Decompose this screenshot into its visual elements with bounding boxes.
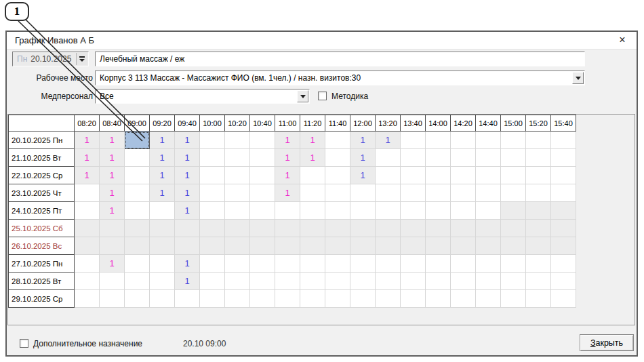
grid-cell[interactable]	[75, 290, 100, 308]
grid-cell[interactable]	[75, 202, 100, 220]
grid-cell[interactable]	[526, 237, 551, 255]
grid-cell[interactable]	[200, 132, 225, 149]
grid-cell[interactable]: 1	[175, 184, 200, 202]
grid-cell[interactable]	[225, 273, 250, 290]
grid-cell[interactable]	[125, 237, 150, 255]
grid-cell[interactable]	[376, 255, 401, 273]
grid-cell[interactable]	[225, 290, 250, 308]
chevron-down-icon[interactable]	[297, 90, 308, 102]
grid-cell[interactable]	[175, 237, 200, 255]
close-button[interactable]: Закрыть	[580, 334, 634, 351]
grid-cell[interactable]	[250, 132, 275, 149]
grid-cell[interactable]: 1	[350, 167, 376, 184]
grid-cell[interactable]	[225, 132, 250, 149]
grid-cell[interactable]	[175, 290, 200, 308]
grid-cell[interactable]	[250, 202, 275, 220]
grid-cell[interactable]	[476, 132, 501, 149]
grid-cell[interactable]	[75, 273, 100, 290]
grid-cell[interactable]	[476, 237, 501, 255]
grid-cell[interactable]: 1	[275, 149, 300, 167]
grid-cell[interactable]	[426, 184, 451, 202]
grid-cell[interactable]	[300, 290, 325, 308]
grid-cell[interactable]	[300, 255, 325, 273]
grid-cell[interactable]	[325, 220, 350, 237]
grid-cell[interactable]	[426, 132, 451, 149]
grid-cell[interactable]	[476, 184, 501, 202]
grid-cell[interactable]: 1	[100, 184, 125, 202]
grid-cell[interactable]: 1	[100, 255, 125, 273]
grid-cell[interactable]	[350, 290, 376, 308]
grid-cell[interactable]	[376, 202, 401, 220]
chevron-down-icon[interactable]	[572, 72, 584, 84]
grid-cell[interactable]: 1	[100, 167, 125, 184]
grid-cell[interactable]	[200, 149, 225, 167]
grid-cell[interactable]	[250, 255, 275, 273]
grid-cell[interactable]	[125, 184, 150, 202]
grid-cell[interactable]	[501, 237, 526, 255]
grid-cell[interactable]	[376, 167, 401, 184]
close-icon[interactable]: ×	[616, 34, 628, 46]
grid-cell[interactable]	[401, 184, 426, 202]
grid-cell[interactable]	[150, 237, 175, 255]
grid-cell[interactable]	[551, 167, 576, 184]
grid-cell[interactable]: 1	[75, 132, 100, 149]
grid-cell[interactable]	[175, 220, 200, 237]
grid-cell[interactable]	[376, 220, 401, 237]
grid-cell[interactable]	[526, 202, 551, 220]
grid-cell[interactable]: 1	[175, 273, 200, 290]
method-checkbox[interactable]	[318, 92, 327, 100]
grid-cell[interactable]	[426, 237, 451, 255]
grid-cell[interactable]	[526, 167, 551, 184]
grid-cell[interactable]: 1	[350, 149, 376, 167]
grid-cell[interactable]	[376, 184, 401, 202]
grid-cell[interactable]	[350, 220, 376, 237]
grid-cell[interactable]	[551, 220, 576, 237]
grid-cell[interactable]: 1	[175, 132, 200, 149]
grid-cell[interactable]	[451, 237, 476, 255]
workplace-combo[interactable]: Корпус 3 113 Массаж - Массажист ФИО (вм.…	[95, 71, 585, 85]
grid-cell[interactable]	[401, 149, 426, 167]
grid-cell[interactable]	[551, 184, 576, 202]
grid-cell[interactable]	[401, 237, 426, 255]
grid-cell[interactable]	[125, 290, 150, 308]
grid-cell[interactable]	[200, 237, 225, 255]
grid-cell[interactable]	[426, 220, 451, 237]
grid-cell[interactable]	[325, 290, 350, 308]
grid-cell[interactable]	[501, 132, 526, 149]
grid-cell[interactable]	[250, 290, 275, 308]
grid-cell[interactable]: 1	[350, 132, 376, 149]
grid-cell[interactable]	[300, 220, 325, 237]
grid-cell[interactable]	[250, 237, 275, 255]
grid-cell[interactable]: 1	[175, 202, 200, 220]
grid-cell[interactable]: 1	[150, 149, 175, 167]
grid-cell[interactable]	[125, 149, 150, 167]
grid-cell[interactable]	[526, 149, 551, 167]
grid-cell[interactable]	[426, 290, 451, 308]
grid-cell[interactable]	[250, 220, 275, 237]
grid-cell[interactable]	[150, 273, 175, 290]
grid-cell[interactable]	[551, 255, 576, 273]
grid-cell[interactable]	[350, 255, 376, 273]
grid-cell[interactable]	[325, 149, 350, 167]
grid-cell[interactable]	[325, 132, 350, 149]
grid-cell[interactable]	[250, 273, 275, 290]
grid-cell[interactable]	[100, 220, 125, 237]
grid-cell[interactable]	[526, 132, 551, 149]
grid-cell[interactable]	[300, 273, 325, 290]
grid-cell[interactable]	[526, 290, 551, 308]
grid-cell[interactable]	[325, 273, 350, 290]
grid-cell[interactable]	[275, 255, 300, 273]
grid-cell[interactable]	[150, 255, 175, 273]
grid-cell[interactable]: 1	[175, 149, 200, 167]
grid-cell[interactable]	[150, 220, 175, 237]
grid-cell[interactable]: 1	[150, 132, 175, 149]
grid-cell[interactable]	[75, 220, 100, 237]
grid-cell[interactable]	[401, 273, 426, 290]
grid-cell[interactable]	[401, 167, 426, 184]
grid-cell[interactable]	[551, 202, 576, 220]
grid-cell[interactable]	[501, 149, 526, 167]
grid-cell[interactable]	[350, 202, 376, 220]
grid-cell[interactable]	[125, 202, 150, 220]
grid-cell[interactable]	[401, 132, 426, 149]
grid-cell[interactable]	[501, 255, 526, 273]
